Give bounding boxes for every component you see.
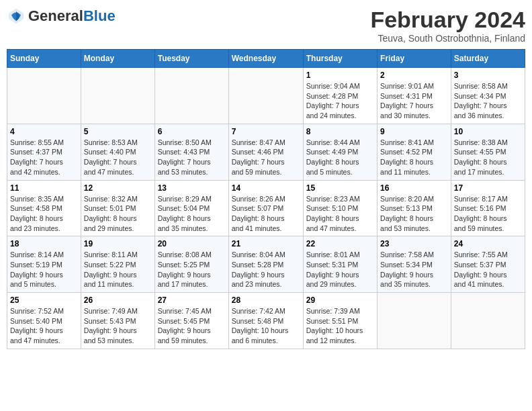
day-number: 18	[10, 239, 78, 248]
day-info: Sunrise: 8:20 AM Sunset: 5:13 PM Dayligh…	[380, 194, 448, 234]
calendar-cell: 2Sunrise: 9:01 AM Sunset: 4:31 PM Daylig…	[378, 68, 451, 124]
day-number: 5	[84, 127, 152, 136]
calendar-cell: 18Sunrise: 8:14 AM Sunset: 5:19 PM Dayli…	[7, 236, 81, 293]
day-number: 11	[10, 183, 78, 193]
title-block: February 2024 Teuva, South Ostrobothnia,…	[370, 7, 525, 44]
day-number: 17	[454, 183, 522, 193]
calendar-cell: 12Sunrise: 8:32 AM Sunset: 5:01 PM Dayli…	[81, 180, 154, 236]
logo-text: General Blue	[28, 8, 116, 24]
calendar-cell: 22Sunrise: 8:01 AM Sunset: 5:31 PM Dayli…	[303, 236, 377, 293]
column-header-friday: Friday	[378, 50, 451, 68]
calendar-cell: 1Sunrise: 9:04 AM Sunset: 4:28 PM Daylig…	[303, 68, 377, 124]
column-header-tuesday: Tuesday	[154, 50, 228, 68]
day-number: 13	[158, 183, 226, 193]
day-info: Sunrise: 8:26 AM Sunset: 5:07 PM Dayligh…	[232, 194, 300, 234]
day-info: Sunrise: 7:58 AM Sunset: 5:34 PM Dayligh…	[380, 250, 448, 289]
calendar-header-row: SundayMondayTuesdayWednesdayThursdayFrid…	[7, 50, 525, 68]
calendar-week-1: 1Sunrise: 9:04 AM Sunset: 4:28 PM Daylig…	[7, 68, 525, 124]
day-info: Sunrise: 8:04 AM Sunset: 5:28 PM Dayligh…	[232, 250, 300, 289]
column-header-saturday: Saturday	[451, 50, 525, 68]
calendar-cell: 5Sunrise: 8:53 AM Sunset: 4:40 PM Daylig…	[81, 124, 154, 180]
calendar-cell: 25Sunrise: 7:52 AM Sunset: 5:40 PM Dayli…	[7, 293, 81, 349]
calendar-cell: 4Sunrise: 8:55 AM Sunset: 4:37 PM Daylig…	[7, 124, 81, 180]
logo-blue: Blue	[83, 8, 116, 24]
day-info: Sunrise: 7:55 AM Sunset: 5:37 PM Dayligh…	[454, 250, 522, 289]
calendar-cell: 7Sunrise: 8:47 AM Sunset: 4:46 PM Daylig…	[228, 124, 303, 180]
calendar-cell: 26Sunrise: 7:49 AM Sunset: 5:43 PM Dayli…	[81, 293, 154, 349]
day-number: 28	[232, 295, 300, 305]
day-info: Sunrise: 8:32 AM Sunset: 5:01 PM Dayligh…	[84, 194, 152, 234]
calendar-cell: 8Sunrise: 8:44 AM Sunset: 4:49 PM Daylig…	[303, 124, 377, 180]
day-number: 27	[158, 295, 226, 305]
day-info: Sunrise: 8:17 AM Sunset: 5:16 PM Dayligh…	[454, 194, 522, 234]
day-number: 20	[158, 239, 226, 248]
calendar-cell	[7, 68, 81, 124]
calendar-cell: 21Sunrise: 8:04 AM Sunset: 5:28 PM Dayli…	[228, 236, 303, 293]
calendar-cell: 14Sunrise: 8:26 AM Sunset: 5:07 PM Dayli…	[228, 180, 303, 236]
day-info: Sunrise: 8:01 AM Sunset: 5:31 PM Dayligh…	[306, 250, 374, 289]
day-number: 7	[232, 127, 300, 136]
calendar-cell: 28Sunrise: 7:42 AM Sunset: 5:48 PM Dayli…	[228, 293, 303, 349]
column-header-sunday: Sunday	[7, 50, 81, 68]
day-info: Sunrise: 8:29 AM Sunset: 5:04 PM Dayligh…	[158, 194, 226, 234]
day-info: Sunrise: 9:01 AM Sunset: 4:31 PM Dayligh…	[380, 81, 448, 121]
day-info: Sunrise: 8:50 AM Sunset: 4:43 PM Dayligh…	[158, 138, 226, 177]
day-info: Sunrise: 8:41 AM Sunset: 4:52 PM Dayligh…	[380, 138, 448, 177]
day-info: Sunrise: 8:11 AM Sunset: 5:22 PM Dayligh…	[84, 250, 152, 289]
day-number: 14	[232, 183, 300, 193]
day-info: Sunrise: 8:38 AM Sunset: 4:55 PM Dayligh…	[454, 138, 522, 177]
location: Teuva, South Ostrobothnia, Finland	[370, 33, 525, 44]
calendar-week-2: 4Sunrise: 8:55 AM Sunset: 4:37 PM Daylig…	[7, 124, 525, 180]
day-info: Sunrise: 8:23 AM Sunset: 5:10 PM Dayligh…	[306, 194, 374, 234]
calendar-week-5: 25Sunrise: 7:52 AM Sunset: 5:40 PM Dayli…	[7, 293, 525, 349]
day-info: Sunrise: 9:04 AM Sunset: 4:28 PM Dayligh…	[306, 81, 374, 121]
calendar-cell: 11Sunrise: 8:35 AM Sunset: 4:58 PM Dayli…	[7, 180, 81, 236]
day-number: 19	[84, 239, 152, 248]
calendar-table: SundayMondayTuesdayWednesdayThursdayFrid…	[7, 49, 525, 349]
calendar-cell: 9Sunrise: 8:41 AM Sunset: 4:52 PM Daylig…	[378, 124, 451, 180]
day-number: 10	[454, 127, 522, 136]
calendar-week-4: 18Sunrise: 8:14 AM Sunset: 5:19 PM Dayli…	[7, 236, 525, 293]
day-info: Sunrise: 8:35 AM Sunset: 4:58 PM Dayligh…	[10, 194, 78, 234]
day-number: 9	[380, 127, 448, 136]
day-number: 22	[306, 239, 374, 248]
calendar-cell: 16Sunrise: 8:20 AM Sunset: 5:13 PM Dayli…	[378, 180, 451, 236]
day-number: 24	[454, 239, 522, 248]
calendar-cell	[81, 68, 154, 124]
calendar-week-3: 11Sunrise: 8:35 AM Sunset: 4:58 PM Dayli…	[7, 180, 525, 236]
day-number: 21	[232, 239, 300, 248]
day-info: Sunrise: 7:42 AM Sunset: 5:48 PM Dayligh…	[232, 306, 300, 346]
day-number: 3	[454, 71, 522, 80]
day-info: Sunrise: 8:44 AM Sunset: 4:49 PM Dayligh…	[306, 138, 374, 177]
day-info: Sunrise: 7:52 AM Sunset: 5:40 PM Dayligh…	[10, 306, 78, 346]
day-info: Sunrise: 8:53 AM Sunset: 4:40 PM Dayligh…	[84, 138, 152, 177]
calendar-cell: 24Sunrise: 7:55 AM Sunset: 5:37 PM Dayli…	[451, 236, 525, 293]
calendar-cell: 17Sunrise: 8:17 AM Sunset: 5:16 PM Dayli…	[451, 180, 525, 236]
day-info: Sunrise: 7:39 AM Sunset: 5:51 PM Dayligh…	[306, 306, 374, 346]
day-number: 8	[306, 127, 374, 136]
calendar-cell: 29Sunrise: 7:39 AM Sunset: 5:51 PM Dayli…	[303, 293, 377, 349]
day-info: Sunrise: 7:45 AM Sunset: 5:45 PM Dayligh…	[158, 306, 226, 346]
day-number: 16	[380, 183, 448, 193]
month-title: February 2024	[370, 7, 525, 33]
day-number: 2	[380, 71, 448, 80]
column-header-monday: Monday	[81, 50, 154, 68]
day-number: 29	[306, 295, 374, 305]
day-number: 6	[158, 127, 226, 136]
calendar-cell	[154, 68, 228, 124]
day-info: Sunrise: 8:58 AM Sunset: 4:34 PM Dayligh…	[454, 81, 522, 121]
calendar-cell	[378, 293, 451, 349]
day-info: Sunrise: 8:14 AM Sunset: 5:19 PM Dayligh…	[10, 250, 78, 289]
calendar-cell: 23Sunrise: 7:58 AM Sunset: 5:34 PM Dayli…	[378, 236, 451, 293]
logo-icon	[7, 7, 26, 26]
calendar-cell	[451, 293, 525, 349]
calendar-body: 1Sunrise: 9:04 AM Sunset: 4:28 PM Daylig…	[7, 68, 525, 349]
page-header: General Blue February 2024 Teuva, South …	[7, 7, 525, 44]
calendar-cell: 13Sunrise: 8:29 AM Sunset: 5:04 PM Dayli…	[154, 180, 228, 236]
day-number: 25	[10, 295, 78, 305]
calendar-cell: 6Sunrise: 8:50 AM Sunset: 4:43 PM Daylig…	[154, 124, 228, 180]
calendar-cell: 10Sunrise: 8:38 AM Sunset: 4:55 PM Dayli…	[451, 124, 525, 180]
day-number: 1	[306, 71, 374, 80]
day-info: Sunrise: 8:08 AM Sunset: 5:25 PM Dayligh…	[158, 250, 226, 289]
column-header-thursday: Thursday	[303, 50, 377, 68]
